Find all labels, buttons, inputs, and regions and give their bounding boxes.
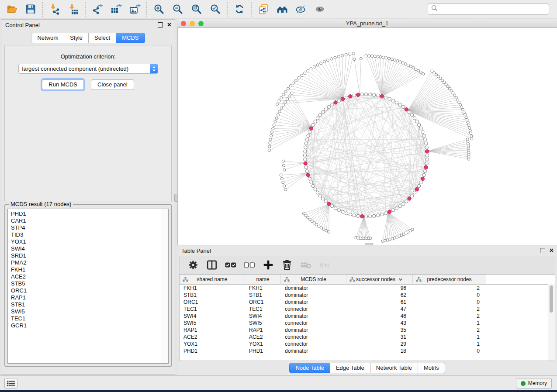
select-all-icon[interactable] — [225, 259, 236, 271]
mcds-result-item[interactable]: PMA2 — [11, 259, 168, 266]
table-row[interactable]: SWI5SWI5connector431 — [180, 320, 555, 327]
mcds-result-list[interactable]: PHD1CAR1STP4TID3YOX1SWI4SRD1PMA2FKH1ACE2… — [7, 209, 169, 364]
column-header-shared-name[interactable]: shared name — [180, 275, 245, 284]
duplicate-network-icon[interactable] — [257, 3, 269, 15]
cell-name: PHD1 — [245, 348, 281, 354]
settings-icon[interactable] — [187, 259, 199, 271]
zoom-out-icon[interactable] — [172, 3, 183, 15]
close-window-icon[interactable] — [181, 21, 186, 26]
table-row[interactable]: ACE2ACE2connector311 — [180, 334, 555, 340]
table-scrollbar-thumb[interactable] — [550, 285, 553, 313]
close-table-panel-icon[interactable]: × — [550, 248, 554, 254]
column-header-MCDS-role[interactable]: MCDS role — [281, 275, 346, 284]
close-panel-icon[interactable]: × — [167, 22, 171, 28]
table-body: FKH1FKH1dominator962STB1STB1dominator620… — [180, 285, 555, 354]
mcds-result-item[interactable]: YOX1 — [11, 238, 168, 245]
task-history-button[interactable] — [4, 378, 17, 389]
export-image-icon[interactable] — [129, 3, 141, 15]
search-box[interactable] — [428, 3, 549, 15]
mcds-result-item[interactable]: TEC1 — [11, 315, 168, 322]
column-header-name[interactable]: name — [245, 275, 281, 284]
table-tab-node-table[interactable]: Node Table — [289, 363, 330, 373]
add-icon[interactable] — [263, 259, 274, 271]
column-header-successor-nodes[interactable]: successor nodes — [346, 275, 413, 284]
show-selected-icon[interactable] — [314, 3, 325, 15]
mcds-result-item[interactable]: ACE2 — [11, 273, 168, 280]
mcds-result-item[interactable]: STB1 — [11, 301, 168, 308]
export-table-icon[interactable] — [110, 3, 122, 15]
table-tab-edge-table[interactable]: Edge Table — [330, 363, 370, 373]
hide-selected-icon[interactable] — [295, 3, 307, 15]
cell-MCDS-role: connector — [281, 320, 346, 326]
table-scrollbar[interactable] — [548, 284, 555, 361]
table-panel: Table Panel × f(x) shared namenameMCDS r… — [177, 245, 557, 375]
memory-button[interactable]: Memory — [516, 378, 552, 389]
zoom-selected-icon[interactable] — [209, 3, 221, 15]
mcds-list-scrollbar[interactable] — [162, 209, 168, 363]
memory-status-icon — [521, 381, 526, 386]
tree-icon — [349, 277, 355, 283]
cell-successor-nodes: 18 — [346, 348, 413, 354]
mcds-result-item[interactable]: TID3 — [11, 231, 168, 238]
tab-style[interactable]: Style — [64, 33, 89, 43]
export-network-icon[interactable] — [91, 3, 103, 15]
tab-mcds[interactable]: MCDS — [116, 33, 145, 43]
table-row[interactable]: ORC1ORC1dominator610 — [180, 299, 555, 306]
table-tab-motifs[interactable]: Motifs — [418, 363, 445, 373]
table-row[interactable]: TEC1TEC1connector472 — [180, 306, 555, 313]
cell-name: TEC1 — [245, 306, 281, 312]
deselect-all-icon[interactable] — [244, 259, 255, 271]
float-panel-icon[interactable] — [158, 22, 163, 28]
mcds-result-item[interactable]: SWI5 — [11, 308, 168, 315]
mcds-result-item[interactable]: STP4 — [11, 224, 168, 231]
cell-name: STB1 — [245, 292, 281, 298]
network-and-table-area: YPA_prune.txt_1 Table Panel × f(x) share… — [177, 19, 557, 375]
mcds-result-item[interactable]: RAP1 — [11, 294, 168, 301]
cell-successor-nodes: 29 — [346, 341, 413, 347]
mcds-result-item[interactable]: SWI4 — [11, 245, 168, 252]
minimize-window-icon[interactable] — [190, 21, 195, 26]
column-header-predecessor-nodes[interactable]: predecessor nodes — [413, 275, 486, 284]
table-row[interactable]: SWI4SWI4dominator462 — [180, 313, 555, 320]
close-panel-button[interactable]: Close panel — [91, 79, 134, 90]
table-row[interactable]: RAP1RAP1dominator352 — [180, 327, 555, 334]
network-graph[interactable] — [178, 28, 557, 245]
cell-predecessor-nodes: 0 — [413, 292, 486, 298]
search-input[interactable] — [439, 4, 549, 14]
import-table-icon[interactable] — [67, 3, 79, 15]
optimization-criterion-select[interactable]: largest connected component (undirected) — [18, 64, 158, 74]
mcds-result-item[interactable]: GCR1 — [11, 322, 168, 329]
columns-icon[interactable] — [206, 259, 218, 271]
mcds-result-item[interactable]: FKH1 — [11, 266, 168, 273]
maximize-window-icon[interactable] — [198, 21, 204, 26]
cell-shared-name: FKH1 — [180, 285, 245, 291]
delete-table-icon — [300, 259, 311, 271]
mcds-result-item[interactable]: PHD1 — [11, 210, 168, 217]
table-row[interactable]: FKH1FKH1dominator962 — [180, 285, 555, 292]
mcds-result-item[interactable]: SRD1 — [11, 252, 168, 259]
refresh-layout-icon[interactable] — [233, 3, 245, 15]
save-session-icon[interactable] — [24, 3, 36, 15]
mcds-result-item[interactable]: ORC1 — [11, 287, 168, 294]
cell-predecessor-nodes: 0 — [413, 299, 486, 305]
tab-network[interactable]: Network — [31, 33, 64, 43]
network-view-canvas[interactable] — [177, 28, 557, 245]
table-tab-network-table[interactable]: Network Table — [370, 363, 418, 373]
mcds-result-item[interactable]: STB5 — [11, 280, 168, 287]
tab-select[interactable]: Select — [89, 33, 116, 43]
delete-icon[interactable] — [281, 259, 293, 271]
import-network-icon[interactable] — [48, 3, 60, 15]
cell-predecessor-nodes: 2 — [413, 313, 486, 319]
table-row[interactable]: PHD1PHD1dominator180 — [180, 347, 555, 354]
table-row[interactable]: YOX1YOX1connector291 — [180, 340, 555, 347]
zoom-fit-icon[interactable] — [190, 3, 202, 15]
network-window-titlebar[interactable]: YPA_prune.txt_1 — [177, 19, 557, 28]
zoom-in-icon[interactable] — [153, 3, 165, 15]
table-row[interactable]: STB1STB1dominator620 — [180, 292, 555, 299]
run-mcds-button[interactable]: Run MCDS — [42, 79, 84, 90]
cell-MCDS-role: dominator — [281, 313, 346, 319]
float-table-panel-icon[interactable] — [540, 248, 545, 253]
mcds-result-item[interactable]: CAR1 — [11, 217, 168, 224]
open-file-icon[interactable] — [6, 3, 17, 15]
home-icon[interactable] — [276, 3, 288, 15]
